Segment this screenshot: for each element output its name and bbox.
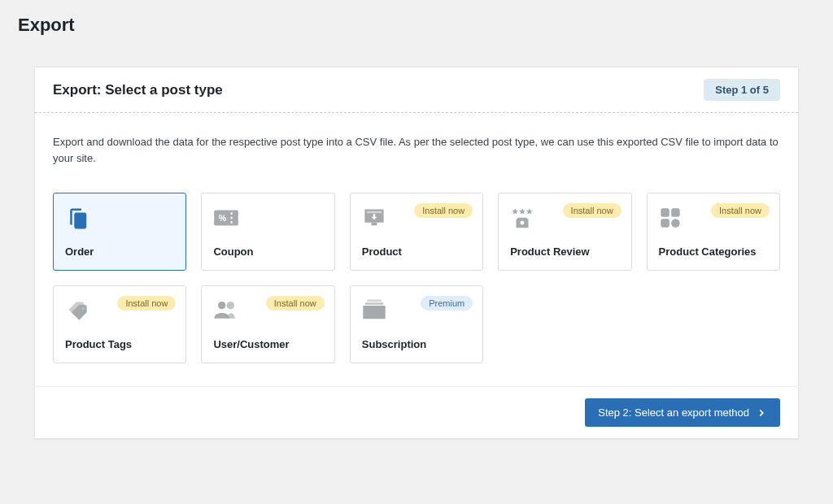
post-type-grid: Order % Coupon Install now Product Insta… — [53, 193, 780, 363]
tile-label: Product — [362, 245, 471, 258]
tile-user-customer[interactable]: Install now User/Customer — [201, 285, 334, 363]
install-now-badge[interactable]: Install now — [414, 203, 473, 218]
svg-point-9 — [218, 302, 225, 309]
svg-point-10 — [227, 302, 234, 309]
tile-label: Product Tags — [65, 338, 174, 350]
export-panel: Export: Select a post type Step 1 of 5 E… — [34, 67, 799, 439]
intro-text: Export and download the data for the res… — [53, 134, 780, 167]
premium-badge[interactable]: Premium — [421, 296, 473, 311]
tile-label: Product Categories — [659, 245, 768, 258]
install-now-badge[interactable]: Install now — [563, 203, 621, 218]
panel-heading: Export: Select a post type — [53, 82, 223, 98]
next-step-button[interactable]: Step 2: Select an export method — [585, 398, 780, 427]
chevron-right-icon — [756, 407, 767, 419]
tile-label: Order — [65, 245, 174, 258]
svg-text:%: % — [219, 213, 227, 223]
tile-subscription[interactable]: Premium Subscription — [350, 285, 483, 363]
svg-rect-12 — [365, 303, 384, 306]
panel-header: Export: Select a post type Step 1 of 5 — [35, 67, 798, 113]
install-now-badge[interactable]: Install now — [711, 203, 770, 218]
panel-footer: Step 2: Select an export method — [35, 386, 798, 438]
tile-order[interactable]: Order — [53, 193, 186, 271]
install-now-badge[interactable]: Install now — [117, 296, 176, 311]
svg-rect-11 — [367, 300, 382, 302]
tile-label: Coupon — [213, 245, 322, 258]
tile-coupon[interactable]: % Coupon — [201, 193, 334, 271]
tile-label: User/Customer — [213, 338, 322, 350]
tile-product-review[interactable]: Install now Product Review — [498, 193, 631, 271]
tile-product-categories[interactable]: Install now Product Categories — [647, 193, 780, 271]
svg-rect-5 — [661, 209, 669, 218]
panel-body: Export and download the data for the res… — [35, 113, 798, 386]
next-step-label: Step 2: Select an export method — [598, 406, 749, 419]
step-indicator: Step 1 of 5 — [704, 79, 780, 101]
svg-rect-4 — [366, 211, 382, 213]
install-now-badge[interactable]: Install now — [266, 296, 325, 311]
coupon-icon: % — [213, 206, 322, 231]
tile-product[interactable]: Install now Product — [350, 193, 483, 271]
svg-rect-7 — [661, 219, 669, 228]
svg-point-8 — [671, 219, 680, 228]
order-icon — [65, 206, 174, 231]
svg-rect-13 — [363, 306, 386, 319]
tile-product-tags[interactable]: Install now Product Tags — [53, 285, 186, 363]
svg-rect-6 — [671, 209, 680, 218]
tile-label: Subscription — [362, 338, 471, 350]
page-title: Export — [0, 0, 833, 36]
tile-label: Product Review — [510, 245, 619, 258]
